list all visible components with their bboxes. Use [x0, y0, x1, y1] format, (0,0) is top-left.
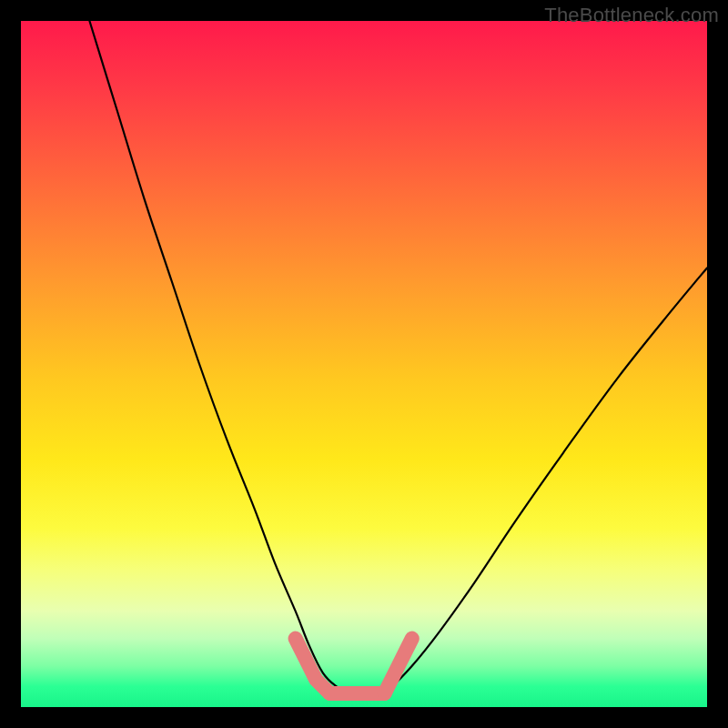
chart-frame: TheBottleneck.com [0, 0, 728, 728]
plot-area [21, 21, 707, 707]
marker-left-foot [296, 639, 330, 693]
marker-group [296, 639, 412, 693]
bottleneck-curve [89, 21, 707, 694]
curve-svg [21, 21, 707, 707]
marker-right-foot [385, 639, 412, 693]
watermark-text: TheBottleneck.com [544, 4, 719, 27]
